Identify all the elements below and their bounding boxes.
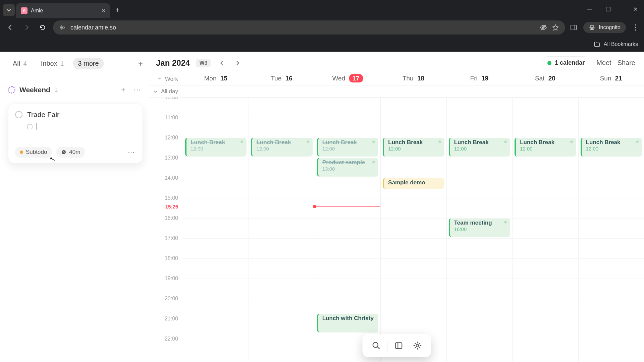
- current-time-label: 15:25: [165, 203, 178, 209]
- duration-chip[interactable]: 40m: [56, 147, 85, 158]
- next-week-button[interactable]: [233, 59, 243, 67]
- day-column[interactable]: Lunch Break12:00: [249, 98, 314, 362]
- tab-search-button[interactable]: [3, 4, 15, 16]
- calendar-picker-label: 1 calendar: [555, 59, 585, 66]
- clock-icon: [61, 149, 66, 155]
- filter-more[interactable]: 3 more: [73, 58, 103, 69]
- day-column[interactable]: Lunch Break12:00: [183, 98, 249, 362]
- calendar-picker[interactable]: 1 calendar: [542, 56, 590, 69]
- day-header[interactable]: Tue 16: [249, 73, 314, 85]
- filter-inbox[interactable]: Inbox 1: [36, 58, 69, 69]
- calendar-event[interactable]: Lunch Break12:00: [251, 138, 312, 157]
- day-header[interactable]: Wed 17: [315, 73, 380, 85]
- filter-inbox-label: Inbox: [41, 60, 57, 67]
- time-label: 19:00: [165, 276, 178, 282]
- time-label: 12:00: [165, 135, 178, 141]
- kebab-menu-icon[interactable]: ⋮: [632, 23, 639, 32]
- calendar-event[interactable]: Team meeting16:00: [449, 218, 510, 237]
- day-header[interactable]: Sun 21: [578, 73, 644, 85]
- todo-checkbox[interactable]: [15, 111, 22, 118]
- search-icon: [372, 341, 380, 350]
- list-name[interactable]: Weekend: [19, 86, 50, 94]
- subtodo-checkbox[interactable]: [27, 124, 33, 129]
- calendar-main: Jan 2024 W3 1 calendar Meet Share + Work…: [149, 52, 644, 362]
- list-more-button[interactable]: ⋯: [131, 85, 143, 94]
- time-label: 13:00: [165, 155, 178, 161]
- filter-all[interactable]: All 4: [8, 58, 32, 69]
- svg-point-16: [416, 344, 419, 347]
- incognito-indicator[interactable]: Incognito: [583, 22, 626, 33]
- subtodo-input-caret[interactable]: [37, 123, 37, 130]
- event-status-dot-icon: [636, 140, 639, 143]
- todo-title[interactable]: Trade Fair: [27, 111, 59, 119]
- day-header[interactable]: Thu 18: [380, 73, 446, 85]
- filter-inbox-count: 1: [60, 60, 64, 67]
- meet-button[interactable]: Meet: [596, 59, 611, 67]
- day-header[interactable]: Fri 19: [446, 73, 512, 85]
- filter-all-label: All: [13, 60, 20, 67]
- time-label: 16:00: [165, 215, 178, 221]
- tracking-icon[interactable]: [540, 24, 547, 31]
- day-column[interactable]: Lunch Break12:00: [512, 98, 578, 362]
- day-column[interactable]: Lunch Break12:00Product sample13:00Lunch…: [315, 98, 380, 362]
- month-label[interactable]: Jan 2024: [156, 58, 190, 68]
- share-button[interactable]: Share: [618, 59, 635, 67]
- day-column[interactable]: Lunch Break12:00Sample demo: [380, 98, 446, 362]
- duration-chip-label: 40m: [69, 149, 80, 156]
- new-tab-button[interactable]: +: [111, 4, 123, 16]
- work-add-button[interactable]: +: [158, 75, 162, 82]
- day-column[interactable]: Lunch Break12:00Team meeting16:00: [446, 98, 512, 362]
- allday-row-label: All day: [161, 88, 178, 95]
- reload-button[interactable]: [37, 22, 48, 33]
- filter-all-count: 4: [23, 60, 27, 67]
- time-label: 14:00: [165, 175, 178, 181]
- list-color-icon: [8, 86, 15, 94]
- time-label: 21:00: [165, 316, 178, 322]
- todo-card[interactable]: Trade Fair Subtodo 40m ⋯: [8, 104, 143, 163]
- calendar-event[interactable]: Product sample13:00: [317, 158, 378, 177]
- calendar-event[interactable]: Lunch Break12:00: [185, 138, 247, 157]
- all-bookmarks-link[interactable]: All Bookmarks: [604, 41, 638, 47]
- favicon-icon: A: [21, 7, 28, 14]
- incognito-icon: [589, 24, 595, 31]
- subtodo-dot-icon: [20, 150, 23, 154]
- day-column[interactable]: Lunch Break12:00: [578, 98, 644, 362]
- sidepanel-icon[interactable]: [570, 24, 577, 31]
- day-header[interactable]: Sat 20: [512, 73, 578, 85]
- calendar-event[interactable]: Lunch Break12:00: [317, 138, 378, 157]
- svg-point-2: [63, 27, 64, 28]
- window-maximize-button[interactable]: [606, 7, 619, 11]
- calendar-event[interactable]: Sample demo: [383, 178, 444, 189]
- svg-point-9: [592, 28, 594, 30]
- window-close-button[interactable]: ✕: [629, 6, 642, 12]
- todo-more-button[interactable]: ⋯: [128, 148, 135, 156]
- add-todo-button[interactable]: +: [119, 85, 127, 94]
- browser-tab[interactable]: A Amie ×: [16, 3, 110, 18]
- calendar-event[interactable]: Lunch with Christy: [317, 314, 378, 333]
- calendar-event[interactable]: Lunch Break12:00: [581, 138, 642, 157]
- calendar-event[interactable]: Lunch Break12:00: [515, 138, 576, 157]
- calendar-event[interactable]: Lunch Break12:00: [383, 138, 444, 157]
- bookmark-star-icon[interactable]: [552, 24, 559, 31]
- event-status-dot-icon: [307, 140, 309, 143]
- week-badge[interactable]: W3: [196, 59, 211, 67]
- layout-button[interactable]: [391, 338, 406, 353]
- time-label: 22:00: [165, 336, 178, 342]
- search-button[interactable]: [368, 338, 384, 353]
- nav-forward-button[interactable]: [21, 22, 32, 33]
- incognito-label: Incognito: [599, 24, 621, 31]
- address-bar[interactable]: calendar.amie.so: [53, 20, 565, 35]
- day-header[interactable]: Mon 15: [183, 73, 249, 85]
- bookmarks-folder-icon[interactable]: [594, 41, 600, 48]
- add-list-button[interactable]: +: [138, 59, 143, 68]
- site-settings-icon[interactable]: [59, 24, 66, 31]
- close-tab-icon[interactable]: ×: [102, 7, 105, 14]
- current-time-line: [315, 206, 380, 207]
- nav-back-button[interactable]: [5, 22, 16, 33]
- collapse-allday-button[interactable]: [154, 89, 158, 94]
- window-minimize-button[interactable]: ―: [583, 6, 596, 12]
- calendar-event[interactable]: Lunch Break12:00: [449, 138, 510, 157]
- subtodo-chip[interactable]: Subtodo: [15, 147, 52, 158]
- settings-button[interactable]: [410, 338, 425, 353]
- prev-week-button[interactable]: [217, 59, 227, 67]
